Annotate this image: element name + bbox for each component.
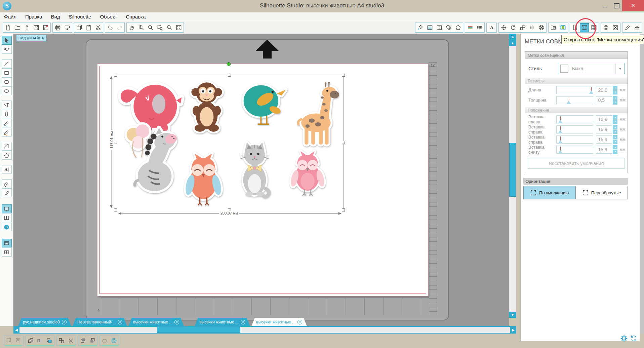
selection-handle-e[interactable]	[342, 141, 345, 144]
inset-right2-slider[interactable]	[556, 136, 593, 144]
design-canvas[interactable]: ВИД ДИЗАЙНА 12 9	[13, 34, 509, 326]
line-tool[interactable]	[2, 59, 12, 68]
length-slider-value[interactable]: 20,0	[596, 86, 612, 94]
print-button[interactable]	[53, 23, 62, 32]
replicate-button[interactable]	[45, 336, 54, 345]
document-tab[interactable]: высечки животные ... ×	[128, 318, 184, 326]
paste-button[interactable]	[84, 23, 93, 32]
scroll-right-button[interactable]: ▶	[510, 326, 516, 334]
undo-button[interactable]	[106, 23, 115, 32]
horizontal-scroll-track[interactable]	[19, 327, 510, 333]
minimize-button[interactable]	[599, 0, 611, 11]
eraser-tool[interactable]	[2, 179, 12, 188]
rounded-rectangle-tool[interactable]	[2, 77, 12, 86]
draw-freehand-tool[interactable]	[2, 119, 12, 127]
zoom-selection-button[interactable]	[155, 23, 164, 32]
scroll-down-button[interactable]: ▼	[509, 312, 516, 318]
text-tool[interactable]	[2, 165, 12, 174]
selection-handle-nw[interactable]	[114, 74, 117, 77]
draw-smooth-tool[interactable]	[2, 128, 12, 137]
preferences-gear-icon[interactable]	[620, 335, 628, 342]
document-tab[interactable]: Неозаглавленный-... ×	[73, 318, 127, 326]
selection-handle-sw[interactable]	[114, 208, 117, 211]
inset-bottom-slider-value[interactable]: 15,9	[596, 146, 612, 154]
close-button[interactable]: ×	[622, 0, 644, 11]
ungroup-button[interactable]	[67, 336, 75, 345]
rotate-button[interactable]	[509, 23, 518, 32]
send-to-silhouette-button[interactable]	[632, 23, 641, 32]
rectangle-tool[interactable]	[2, 68, 12, 77]
inset-left-slider-value[interactable]: 15,9	[596, 115, 612, 123]
redo-button[interactable]	[115, 23, 124, 32]
open-recent-button[interactable]	[22, 23, 31, 32]
cut-settings-button[interactable]	[611, 23, 620, 32]
split-view-tool[interactable]	[2, 248, 12, 257]
vertical-scrollbar[interactable]: » ▲ ▼	[509, 34, 516, 318]
tab-close-icon[interactable]: ×	[297, 320, 302, 324]
tab-close-icon[interactable]: ×	[174, 320, 179, 324]
fill-pattern-button[interactable]	[435, 23, 444, 32]
duplicate-button[interactable]	[26, 336, 35, 345]
selection-handle-n[interactable]	[228, 74, 231, 77]
menu-object[interactable]: Объект	[100, 14, 117, 20]
regular-polygon-tool[interactable]	[2, 151, 12, 160]
selection-handle-ne[interactable]	[342, 74, 345, 77]
polygon-tool[interactable]	[2, 101, 12, 109]
panel-collapse-button[interactable]: »	[509, 34, 516, 40]
inset-left-slider-spinner[interactable]: ▲▼	[613, 115, 617, 124]
sketch-pen-button[interactable]	[623, 23, 632, 32]
mirror-button[interactable]	[36, 336, 44, 345]
scroll-up-button[interactable]: ▲	[509, 40, 516, 46]
thickness-slider[interactable]	[556, 96, 593, 104]
menu-silhouette[interactable]: Silhouette	[69, 14, 91, 20]
selection-bounding-box[interactable]	[115, 75, 344, 210]
inset-right-slider-value[interactable]: 15,9	[596, 125, 612, 133]
ellipse-tool[interactable]	[2, 86, 12, 95]
copy-button[interactable]	[75, 23, 84, 32]
document-tab[interactable]: высечки животные ... ×	[195, 318, 250, 326]
group-button[interactable]	[57, 336, 66, 345]
inset-right-slider-spinner[interactable]: ▲▼	[613, 125, 617, 134]
inset-bottom-slider-spinner[interactable]: ▲▼	[613, 145, 617, 154]
tab-close-icon[interactable]: ×	[118, 320, 122, 324]
open-button[interactable]	[13, 23, 22, 32]
menu-view[interactable]: Вид	[51, 14, 60, 20]
menu-help[interactable]: Справка	[126, 14, 146, 20]
menu-file[interactable]: Файл	[4, 14, 16, 20]
tab-close-icon[interactable]: ×	[241, 320, 245, 324]
modify-button[interactable]	[537, 23, 546, 32]
chevron-down-icon[interactable]: ▼	[615, 63, 625, 74]
edit-points-tool[interactable]	[2, 45, 12, 54]
inset-right2-slider-spinner[interactable]: ▲▼	[613, 135, 617, 144]
thickness-slider-value[interactable]: 0,5	[596, 96, 612, 104]
page-settings-tool[interactable]	[2, 204, 12, 213]
text-style-button[interactable]	[487, 23, 496, 32]
inset-bottom-slider[interactable]	[556, 146, 593, 154]
pan-button[interactable]	[127, 23, 136, 32]
restore-defaults-button[interactable]: Восстановить умолчания	[528, 158, 625, 169]
design-view-tool[interactable]	[2, 239, 12, 247]
length-slider[interactable]	[556, 86, 593, 94]
store-button[interactable]	[558, 23, 567, 32]
fill-color-button[interactable]	[416, 23, 425, 32]
horizontal-scrollbar[interactable]: ◀ ▶	[13, 326, 516, 334]
length-slider-spinner[interactable]: ▲▼	[613, 86, 617, 94]
style-dropdown[interactable]: Выкл. ▼	[558, 63, 625, 74]
zoom-in-button[interactable]	[136, 23, 146, 32]
arc-tool[interactable]	[2, 142, 12, 151]
drag-zoom-button[interactable]	[165, 23, 174, 32]
offset-button[interactable]	[110, 336, 118, 345]
bring-forward-button[interactable]	[79, 336, 87, 345]
select-all-button[interactable]	[5, 336, 13, 345]
line-style-button[interactable]	[475, 23, 484, 32]
weld-button[interactable]	[100, 336, 109, 345]
cut-button[interactable]	[93, 23, 103, 32]
new-document-button[interactable]	[3, 23, 12, 32]
horizontal-scroll-thumb[interactable]	[157, 327, 240, 333]
selection-handle-w[interactable]	[114, 141, 117, 144]
send-backward-button[interactable]	[88, 336, 97, 345]
save-button[interactable]	[32, 23, 41, 32]
knife-tool[interactable]	[2, 188, 12, 197]
fit-to-page-button[interactable]	[174, 23, 183, 32]
rotation-handle[interactable]	[227, 62, 231, 66]
